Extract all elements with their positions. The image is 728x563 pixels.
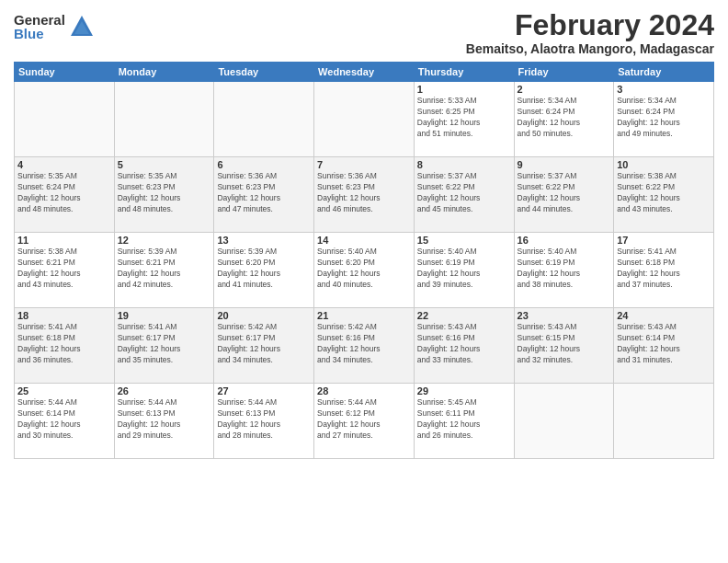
calendar-week-row: 11Sunrise: 5:38 AMSunset: 6:21 PMDayligh…: [15, 233, 714, 308]
day-number: 13: [217, 235, 311, 246]
day-info: Sunrise: 5:36 AMSunset: 6:23 PMDaylight:…: [217, 171, 311, 215]
day-number: 15: [417, 235, 511, 246]
calendar-week-row: 4Sunrise: 5:35 AMSunset: 6:24 PMDaylight…: [15, 157, 714, 233]
col-thursday: Thursday: [414, 63, 514, 82]
day-info: Sunrise: 5:44 AMSunset: 6:13 PMDaylight:…: [118, 397, 211, 442]
day-info: Sunrise: 5:35 AMSunset: 6:24 PMDaylight:…: [17, 171, 111, 215]
day-info: Sunrise: 5:43 AMSunset: 6:16 PMDaylight:…: [417, 322, 511, 366]
table-row: 29Sunrise: 5:45 AMSunset: 6:11 PMDayligh…: [414, 384, 514, 459]
table-row: 25Sunrise: 5:44 AMSunset: 6:14 PMDayligh…: [15, 384, 115, 459]
day-info: Sunrise: 5:41 AMSunset: 6:18 PMDaylight:…: [17, 322, 111, 366]
day-number: 9: [518, 159, 611, 170]
day-number: 4: [17, 159, 111, 170]
day-number: 2: [518, 84, 611, 95]
day-info: Sunrise: 5:38 AMSunset: 6:21 PMDaylight:…: [17, 247, 111, 291]
day-number: 22: [417, 310, 511, 321]
day-info: Sunrise: 5:34 AMSunset: 6:24 PMDaylight:…: [518, 96, 611, 140]
table-row: 28Sunrise: 5:44 AMSunset: 6:12 PMDayligh…: [314, 384, 415, 459]
table-row: 7Sunrise: 5:36 AMSunset: 6:23 PMDaylight…: [314, 157, 415, 233]
day-info: Sunrise: 5:40 AMSunset: 6:19 PMDaylight:…: [417, 247, 511, 291]
table-row: 11Sunrise: 5:38 AMSunset: 6:21 PMDayligh…: [15, 233, 115, 308]
day-info: Sunrise: 5:38 AMSunset: 6:22 PMDaylight:…: [617, 171, 711, 215]
day-info: Sunrise: 5:34 AMSunset: 6:24 PMDaylight:…: [617, 96, 711, 140]
table-row: 16Sunrise: 5:40 AMSunset: 6:19 PMDayligh…: [514, 233, 614, 308]
day-number: 28: [317, 385, 411, 396]
day-info: Sunrise: 5:36 AMSunset: 6:23 PMDaylight:…: [317, 171, 411, 215]
day-info: Sunrise: 5:37 AMSunset: 6:22 PMDaylight:…: [518, 171, 611, 215]
day-info: Sunrise: 5:41 AMSunset: 6:17 PMDaylight:…: [118, 322, 211, 366]
day-number: 26: [118, 385, 211, 396]
table-row: 1Sunrise: 5:33 AMSunset: 6:25 PMDaylight…: [414, 82, 514, 157]
calendar-week-row: 25Sunrise: 5:44 AMSunset: 6:14 PMDayligh…: [15, 384, 714, 459]
day-number: 11: [17, 235, 111, 246]
day-info: Sunrise: 5:44 AMSunset: 6:12 PMDaylight:…: [317, 397, 411, 442]
calendar-header-row: Sunday Monday Tuesday Wednesday Thursday…: [15, 63, 714, 82]
day-number: 21: [317, 310, 411, 321]
day-number: 1: [417, 84, 511, 95]
table-row: 6Sunrise: 5:36 AMSunset: 6:23 PMDaylight…: [214, 157, 314, 233]
day-info: Sunrise: 5:37 AMSunset: 6:22 PMDaylight:…: [417, 171, 511, 215]
table-row: 3Sunrise: 5:34 AMSunset: 6:24 PMDaylight…: [614, 82, 714, 157]
day-info: Sunrise: 5:33 AMSunset: 6:25 PMDaylight:…: [417, 96, 511, 140]
logo: General Blue: [14, 13, 95, 40]
table-row: 23Sunrise: 5:43 AMSunset: 6:15 PMDayligh…: [514, 308, 614, 384]
day-number: 8: [417, 159, 511, 170]
day-number: 12: [118, 235, 211, 246]
day-number: 7: [317, 159, 411, 170]
table-row: 9Sunrise: 5:37 AMSunset: 6:22 PMDaylight…: [514, 157, 614, 233]
day-info: Sunrise: 5:40 AMSunset: 6:19 PMDaylight:…: [518, 247, 611, 291]
col-sunday: Sunday: [15, 63, 115, 82]
table-row: 21Sunrise: 5:42 AMSunset: 6:16 PMDayligh…: [314, 308, 415, 384]
title-area: February 2024 Bemaitso, Alaotra Mangoro,…: [466, 9, 714, 56]
table-row: [514, 384, 614, 459]
table-row: 26Sunrise: 5:44 AMSunset: 6:13 PMDayligh…: [114, 384, 214, 459]
day-info: Sunrise: 5:35 AMSunset: 6:23 PMDaylight:…: [118, 171, 211, 215]
col-saturday: Saturday: [614, 63, 714, 82]
table-row: 10Sunrise: 5:38 AMSunset: 6:22 PMDayligh…: [614, 157, 714, 233]
day-info: Sunrise: 5:44 AMSunset: 6:13 PMDaylight:…: [217, 397, 311, 442]
day-number: 25: [17, 385, 111, 396]
table-row: [114, 82, 214, 157]
table-row: 14Sunrise: 5:40 AMSunset: 6:20 PMDayligh…: [314, 233, 415, 308]
table-row: 15Sunrise: 5:40 AMSunset: 6:19 PMDayligh…: [414, 233, 514, 308]
logo-general: General: [14, 13, 65, 27]
day-info: Sunrise: 5:45 AMSunset: 6:11 PMDaylight:…: [417, 397, 511, 442]
day-info: Sunrise: 5:44 AMSunset: 6:14 PMDaylight:…: [17, 397, 111, 442]
day-info: Sunrise: 5:42 AMSunset: 6:17 PMDaylight:…: [217, 322, 311, 366]
table-row: 17Sunrise: 5:41 AMSunset: 6:18 PMDayligh…: [614, 233, 714, 308]
table-row: [15, 82, 115, 157]
day-info: Sunrise: 5:39 AMSunset: 6:20 PMDaylight:…: [217, 247, 311, 291]
calendar-table: Sunday Monday Tuesday Wednesday Thursday…: [14, 62, 714, 459]
day-info: Sunrise: 5:41 AMSunset: 6:18 PMDaylight:…: [617, 247, 711, 291]
table-row: 12Sunrise: 5:39 AMSunset: 6:21 PMDayligh…: [114, 233, 214, 308]
table-row: 19Sunrise: 5:41 AMSunset: 6:17 PMDayligh…: [114, 308, 214, 384]
day-number: 10: [617, 159, 711, 170]
table-row: 13Sunrise: 5:39 AMSunset: 6:20 PMDayligh…: [214, 233, 314, 308]
table-row: [214, 82, 314, 157]
day-number: 24: [617, 310, 711, 321]
logo-text: General Blue: [14, 13, 65, 40]
month-title: February 2024: [466, 9, 714, 41]
day-number: 17: [617, 235, 711, 246]
col-friday: Friday: [514, 63, 614, 82]
table-row: [614, 384, 714, 459]
col-monday: Monday: [114, 63, 214, 82]
day-number: 27: [217, 385, 311, 396]
table-row: 2Sunrise: 5:34 AMSunset: 6:24 PMDaylight…: [514, 82, 614, 157]
table-row: [314, 82, 415, 157]
day-number: 19: [118, 310, 211, 321]
table-row: 27Sunrise: 5:44 AMSunset: 6:13 PMDayligh…: [214, 384, 314, 459]
day-info: Sunrise: 5:42 AMSunset: 6:16 PMDaylight:…: [317, 322, 411, 366]
logo-blue: Blue: [14, 27, 65, 40]
calendar-week-row: 18Sunrise: 5:41 AMSunset: 6:18 PMDayligh…: [15, 308, 714, 384]
table-row: 4Sunrise: 5:35 AMSunset: 6:24 PMDaylight…: [15, 157, 115, 233]
table-row: 8Sunrise: 5:37 AMSunset: 6:22 PMDaylight…: [414, 157, 514, 233]
table-row: 22Sunrise: 5:43 AMSunset: 6:16 PMDayligh…: [414, 308, 514, 384]
header: General Blue February 2024 Bemaitso, Ala…: [14, 9, 714, 56]
col-tuesday: Tuesday: [214, 63, 314, 82]
table-row: 24Sunrise: 5:43 AMSunset: 6:14 PMDayligh…: [614, 308, 714, 384]
day-number: 16: [518, 235, 611, 246]
table-row: 18Sunrise: 5:41 AMSunset: 6:18 PMDayligh…: [15, 308, 115, 384]
day-info: Sunrise: 5:43 AMSunset: 6:15 PMDaylight:…: [518, 322, 611, 366]
day-number: 6: [217, 159, 311, 170]
